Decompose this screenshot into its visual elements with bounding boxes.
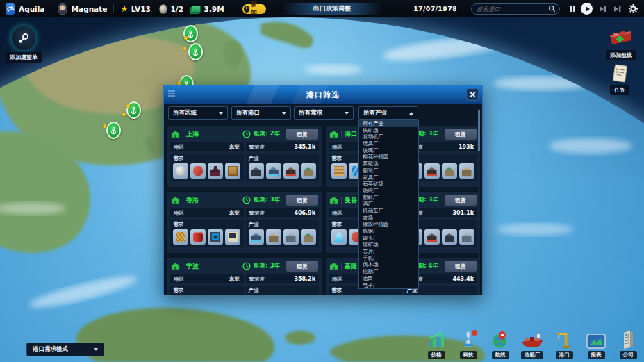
demand-filter-select[interactable]: 所有需求	[294, 106, 354, 120]
company-logo-icon[interactable]	[6, 3, 15, 15]
industry-option[interactable]: 棉花种植园	[359, 154, 418, 161]
port-building-icon	[329, 262, 338, 270]
toolbar-reports[interactable]: 报表	[584, 333, 608, 359]
industry-option[interactable]: 农场	[359, 215, 418, 222]
industry-option[interactable]: 铁矿场	[359, 127, 418, 134]
region-value: 东亚	[229, 209, 240, 217]
port-marker[interactable]	[188, 43, 203, 60]
search-icon[interactable]	[548, 5, 556, 13]
industry-option[interactable]: 轮胎厂	[359, 268, 418, 275]
search-input[interactable]	[475, 5, 542, 13]
rent-button[interactable]: 租赁	[445, 261, 477, 272]
region-filter-select[interactable]: 所有区域	[168, 106, 228, 120]
toolbar-routes[interactable]: 航线	[488, 330, 512, 359]
tasks-label: 任务	[610, 85, 629, 95]
crane-icon	[554, 330, 574, 349]
toolbar-label: 报表	[588, 351, 605, 359]
industry-option[interactable]: 手机厂	[359, 255, 418, 262]
game-screen: Aquila Magnate ★ LV13 1/2 3.9M ! 新闻 出口政策…	[0, 0, 644, 362]
speed3-button[interactable]	[613, 6, 622, 13]
industry-option[interactable]: 养殖场	[359, 161, 418, 167]
industry-option[interactable]: 炼钢厂	[359, 228, 418, 235]
tasks-widget[interactable]: 任务	[610, 64, 629, 95]
factory-grey-icon	[283, 229, 299, 245]
prosperity-label: 繁荣度	[249, 210, 265, 217]
factory-red-icon	[283, 163, 299, 179]
speed2-button[interactable]	[599, 6, 607, 13]
toolbar-shipyard[interactable]: 造船厂	[520, 331, 544, 359]
news-ticker[interactable]: 出口政策调整	[281, 3, 383, 15]
industry-option[interactable]: 油田	[359, 275, 418, 282]
lease-term: 租期: 2年	[254, 130, 280, 138]
port-marker[interactable]	[183, 25, 198, 42]
level-star-icon: ★	[120, 4, 129, 13]
industry-option[interactable]: 电子厂	[359, 282, 418, 289]
modal-scrollbar[interactable]	[478, 109, 480, 290]
industry-option[interactable]: 服装厂	[359, 167, 418, 174]
industry-option[interactable]: 塑料厂	[359, 195, 418, 201]
factory-grey-icon	[459, 229, 474, 245]
chevron-down-icon	[282, 112, 286, 115]
rent-button[interactable]: 租赁	[286, 195, 318, 206]
play-button[interactable]	[581, 3, 593, 15]
rent-button[interactable]: 租赁	[286, 261, 318, 272]
toolbar-label: 造船厂	[521, 351, 544, 359]
modal-header: 港口筛选	[164, 85, 482, 104]
company-name: Aquila	[19, 5, 44, 13]
region-label: 地区	[174, 210, 184, 217]
scrollbar-thumb[interactable]	[478, 110, 480, 151]
region-label: 地区	[174, 276, 184, 283]
industry-option[interactable]: 橡胶种植园	[359, 221, 418, 228]
industry-option[interactable]: 发动机厂	[359, 133, 418, 140]
toolbar-prices[interactable]: 价格	[424, 331, 448, 359]
task-note-icon[interactable]	[611, 64, 628, 83]
game-date: 17/07/1978	[413, 5, 457, 13]
money-icon	[192, 6, 201, 13]
beef-icon	[190, 163, 206, 179]
industry-filter-select[interactable]: 所有产业	[358, 106, 418, 120]
toolbar-technology[interactable]: 科技	[456, 330, 480, 359]
port-building-icon	[171, 262, 180, 270]
industry-option[interactable]: 机动车厂	[359, 208, 418, 215]
port-demand-mode-select[interactable]: 港口需求模式	[26, 343, 104, 356]
industry-option[interactable]: 家具厂	[359, 174, 418, 181]
rent-button[interactable]: 租赁	[445, 129, 477, 140]
port-filter-select[interactable]: 所有港口	[231, 106, 291, 120]
toolbar-label: 价格	[428, 351, 445, 359]
industry-option[interactable]: 芯片厂	[359, 248, 418, 255]
rent-button[interactable]: 租赁	[445, 195, 477, 206]
settings-gear-icon[interactable]	[628, 3, 638, 14]
flask-icon	[459, 330, 478, 349]
region-label: 地区	[332, 276, 342, 283]
industry-option[interactable]: 石英矿场	[359, 181, 418, 188]
region-value: 东亚	[229, 143, 240, 151]
industry-option[interactable]: 伐木场	[359, 261, 418, 268]
industry-option[interactable]: 纺织厂	[359, 188, 418, 195]
port-card: 香港租期: 3年租赁 地区东亚繁荣度406.9k 需求产业	[167, 192, 322, 253]
steam-icon[interactable]	[12, 26, 35, 50]
prosperity-value: 345.1k	[294, 144, 315, 150]
rent-button[interactable]: 租赁	[286, 129, 318, 140]
pause-button[interactable]	[570, 6, 575, 12]
toolbar-company[interactable]: 公司	[616, 330, 640, 359]
lease-term: 租期: 3年	[254, 196, 280, 204]
industry-option[interactable]: 玻璃厂	[359, 147, 418, 154]
factory-green-icon	[301, 229, 316, 245]
planks-icon	[331, 163, 347, 179]
industry-option[interactable]: 所有产业	[359, 120, 418, 127]
industry-option[interactable]: 玩具厂	[359, 140, 418, 147]
port-marker[interactable]	[106, 122, 121, 139]
industry-option[interactable]: 煤矿场	[359, 241, 418, 248]
close-icon[interactable]	[466, 88, 479, 101]
toolbar-port[interactable]: 港口	[552, 330, 576, 359]
news-badge[interactable]: ! 新闻	[242, 4, 266, 14]
industry-option[interactable]: 罐头厂	[359, 235, 418, 242]
globe-pin-icon	[490, 330, 510, 349]
clock-icon	[242, 196, 251, 204]
add-route-widget[interactable]: 添加航线	[606, 28, 636, 60]
player-avatar[interactable]	[58, 3, 67, 15]
industry-option[interactable]: 酒厂	[359, 201, 418, 208]
add-route-ship-icon[interactable]	[608, 28, 634, 49]
wishlist-widget[interactable]: 添加愿望单	[6, 26, 42, 63]
port-search-box	[471, 3, 560, 15]
